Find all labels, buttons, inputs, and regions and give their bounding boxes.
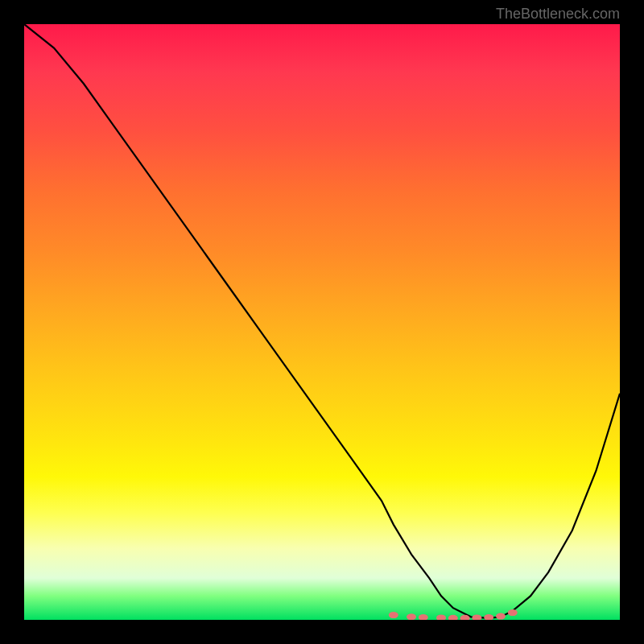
marker-dot (496, 613, 506, 620)
marker-dot (436, 614, 446, 620)
marker-dot (419, 614, 428, 620)
highlight-dots (389, 609, 518, 620)
marker-dot (472, 614, 481, 620)
watermark-text: TheBottleneck.com (496, 6, 620, 23)
bottleneck-curve (24, 24, 620, 618)
marker-dot (484, 614, 493, 620)
marker-dot (508, 609, 518, 616)
marker-dot (448, 615, 458, 620)
chart-container: TheBottleneck.com (0, 0, 644, 644)
marker-dot (389, 612, 398, 618)
chart-svg (24, 24, 620, 620)
marker-dot (407, 613, 416, 620)
plot-area (24, 24, 620, 620)
